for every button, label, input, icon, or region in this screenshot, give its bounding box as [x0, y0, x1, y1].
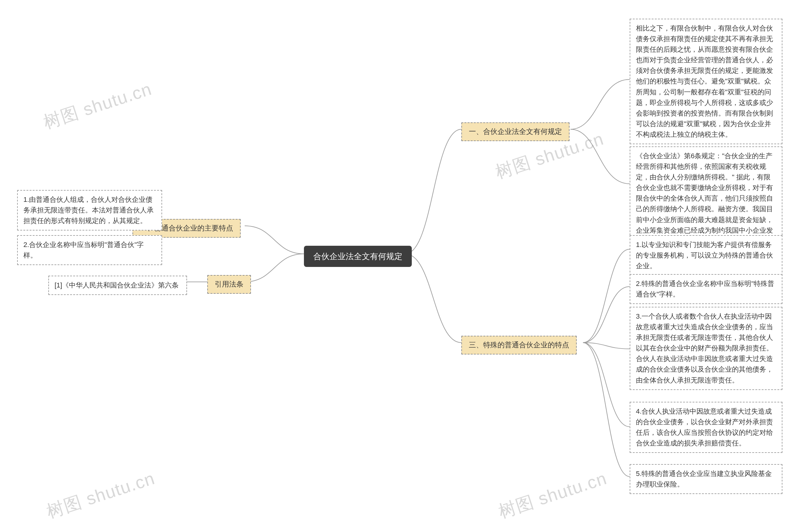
branch-3-leaf-1: 1.以专业知识和专门技能为客户提供有偿服务的专业服务机构，可以设立为特殊的普通合…: [630, 235, 782, 276]
center-node: 合伙企业法全文有何规定: [304, 246, 412, 267]
branch-2-leaf-1: 1.由普通合伙人组成，合伙人对合伙企业债务承担无限连带责任。本法对普通合伙人承担…: [17, 190, 162, 230]
branch-3: 三、特殊的普通合伙企业的特点: [461, 336, 577, 355]
branch-1-leaf-1: 相比之下，有限合伙制中，有限合伙人对合伙债务仅承担有限责任的规定使其不再有承担无…: [630, 19, 782, 144]
watermark: 树图 shutu.cn: [44, 467, 158, 524]
branch-4: 引用法条: [207, 275, 251, 294]
watermark: 树图 shutu.cn: [496, 467, 610, 524]
watermark: 树图 shutu.cn: [40, 77, 155, 135]
branch-3-leaf-4: 4.合伙人执业活动中因故意或者重大过失造成的合伙企业债务，以合伙企业财产对外承担…: [630, 402, 782, 453]
branch-3-leaf-2: 2.特殊的普通合伙企业名称中应当标明"特殊普通合伙"字样。: [630, 274, 782, 304]
branch-3-leaf-5: 5.特殊的普通合伙企业应当建立执业风险基金办理职业保险。: [630, 464, 782, 494]
branch-1: 一、合伙企业法全文有何规定: [461, 122, 569, 141]
branch-2-leaf-2: 2.合伙企业名称中应当标明"普通合伙"字样。: [17, 235, 162, 265]
branch-4-leaf-1: [1]《中华人民共和国合伙企业法》第六条: [48, 276, 187, 295]
branch-3-leaf-3: 3.一个合伙人或者数个合伙人在执业活动中因故意或者重大过失造成合伙企业债务的，应…: [630, 307, 782, 390]
